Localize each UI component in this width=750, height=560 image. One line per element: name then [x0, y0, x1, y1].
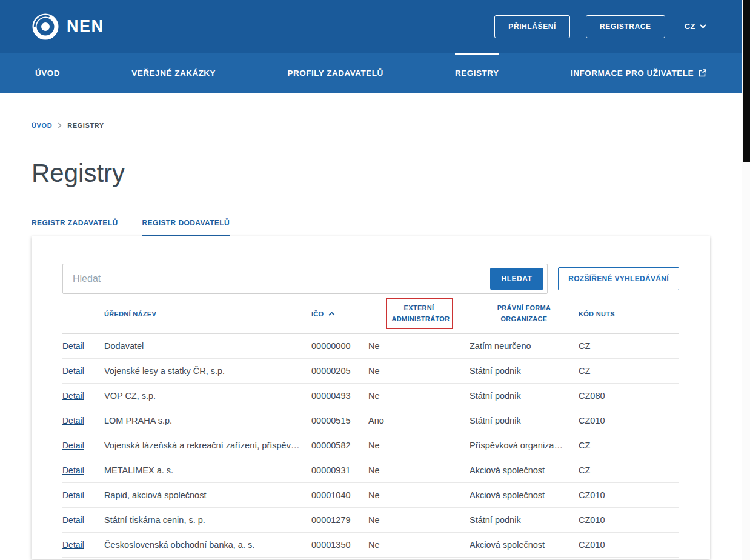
cell-official-name: Vojenská lázeňská a rekreační zařízení, …: [104, 441, 311, 450]
table-row: Detail Československá obchodní banka, a.…: [62, 533, 679, 558]
cell-legal-form: Státní podnik: [470, 366, 579, 376]
chevron-down-icon: [700, 24, 706, 28]
register-button[interactable]: REGISTRACE: [586, 15, 665, 38]
cell-ico: 00000000: [311, 341, 368, 351]
cell-nuts: CZ010: [579, 540, 679, 550]
nav-item-uvod[interactable]: ÚVOD: [35, 53, 60, 93]
cell-nuts: CZ: [579, 441, 679, 450]
cell-legal-form: Státní podnik: [470, 391, 579, 401]
cell-legal-form: Státní podnik: [470, 416, 579, 425]
cell-ico: 00001350: [311, 540, 368, 550]
language-code: CZ: [685, 22, 695, 31]
advanced-search-button[interactable]: ROZŠÍŘENÉ VYHLEDÁVÁNÍ: [558, 267, 679, 290]
cell-external-admin: Ne: [368, 540, 470, 550]
cell-legal-form: Akciová společnost: [470, 465, 579, 475]
column-header-legal-form[interactable]: PRÁVNÍ FORMA ORGANIZACE: [486, 303, 562, 324]
nen-logo-icon: [32, 13, 59, 41]
cell-official-name: Státní tiskárna cenin, s. p.: [104, 515, 311, 525]
cell-external-admin: Ne: [368, 441, 470, 450]
sort-ascending-icon: [328, 312, 335, 316]
detail-link[interactable]: Detail: [62, 391, 84, 401]
registry-card: HLEDAT ROZŠÍŘENÉ VYHLEDÁVÁNÍ ÚŘEDNÍ NÁZE…: [32, 236, 710, 559]
login-button[interactable]: PŘIHLÁŠENÍ: [494, 15, 570, 38]
cell-official-name: METALIMEX a. s.: [104, 465, 311, 475]
cell-official-name: Dodavatel: [104, 341, 311, 351]
column-header-ico[interactable]: IČO: [311, 310, 368, 318]
annotation-highlight-box: EXTERNÍ ADMINISTRÁTOR: [386, 298, 453, 329]
column-header-external-admin-wrap: EXTERNÍ ADMINISTRÁTOR: [368, 298, 470, 329]
detail-link[interactable]: Detail: [62, 366, 84, 376]
table-body: Detail Dodavatel 00000000 Ne Zatím neurč…: [62, 334, 679, 558]
page: NEN PŘIHLÁŠENÍ REGISTRACE CZ ÚVOD VEŘEJN…: [0, 0, 742, 560]
cell-ico: 00000515: [311, 416, 368, 425]
cell-legal-form: Příspěvková organiza…: [470, 441, 579, 450]
table-row: Detail Státní tiskárna cenin, s. p. 0000…: [62, 508, 679, 533]
table-row: Detail VOP CZ, s.p. 00000493 Ne Státní p…: [62, 384, 679, 408]
detail-link[interactable]: Detail: [62, 441, 84, 450]
table-header-row: ÚŘEDNÍ NÁZEV IČO EXTERNÍ ADMINISTRÁTOR P…: [62, 294, 679, 334]
cell-official-name: VOP CZ, s.p.: [104, 391, 311, 401]
nav-item-informace-pro-uzivatele[interactable]: INFORMACE PRO UŽIVATELE: [571, 53, 706, 93]
tab-registr-zadavatelu[interactable]: REGISTR ZADAVATELŮ: [32, 219, 118, 236]
nav-item-verejne-zakazky[interactable]: VEŘEJNÉ ZAKÁZKY: [131, 53, 216, 93]
cell-ico: 00000931: [311, 465, 368, 475]
cell-nuts: CZ010: [579, 515, 679, 525]
detail-link[interactable]: Detail: [62, 540, 84, 550]
cell-external-admin: Ne: [368, 490, 470, 500]
cell-legal-form: Akciová společnost: [470, 490, 579, 500]
top-bar-actions: PŘIHLÁŠENÍ REGISTRACE CZ: [494, 15, 706, 38]
cell-ico: 00000205: [311, 366, 368, 376]
search-button[interactable]: HLEDAT: [490, 268, 543, 290]
brand-name: NEN: [67, 17, 104, 36]
cell-external-admin: Ne: [368, 366, 470, 376]
cell-ico: 00001279: [311, 515, 368, 525]
table-row: Detail LOM PRAHA s.p. 00000515 Ano Státn…: [62, 408, 679, 433]
nav-item-profily-zadavatelu[interactable]: PROFILY ZADAVATELŮ: [287, 53, 383, 93]
nav-item-registry[interactable]: REGISTRY: [455, 53, 499, 93]
cell-nuts: CZ010: [579, 416, 679, 425]
column-header-external-admin[interactable]: EXTERNÍ ADMINISTRÁTOR: [392, 304, 450, 322]
table-row: Detail Vojenské lesy a statky ČR, s.p. 0…: [62, 359, 679, 384]
external-link-icon: [699, 69, 706, 77]
detail-link[interactable]: Detail: [62, 416, 84, 425]
cell-external-admin: Ne: [368, 391, 470, 401]
cell-ico: 00001040: [311, 490, 368, 500]
detail-link[interactable]: Detail: [62, 341, 84, 351]
vertical-scrollbar[interactable]: [742, 0, 750, 560]
table-row: Detail METALIMEX a. s. 00000931 Ne Akcio…: [62, 458, 679, 483]
language-selector[interactable]: CZ: [685, 22, 706, 31]
search-input[interactable]: [63, 264, 490, 293]
cell-official-name: Československá obchodní banka, a. s.: [104, 540, 311, 550]
cell-official-name: LOM PRAHA s.p.: [104, 416, 311, 425]
breadcrumb: ÚVOD REGISTRY: [32, 121, 742, 129]
cell-nuts: CZ080: [579, 391, 679, 401]
scrollbar-thumb[interactable]: [743, 0, 750, 162]
cell-legal-form: Zatím neurčeno: [470, 341, 579, 351]
breadcrumb-home-link[interactable]: ÚVOD: [32, 122, 52, 129]
page-title: Registry: [32, 159, 742, 187]
nen-logo-link[interactable]: NEN: [32, 13, 104, 41]
search-box: HLEDAT: [62, 264, 548, 294]
cell-nuts: CZ: [579, 341, 679, 351]
cell-ico: 00000493: [311, 391, 368, 401]
registry-tabs: REGISTR ZADAVATELŮ REGISTR DODAVATELŮ: [32, 219, 742, 236]
cell-nuts: CZ: [579, 366, 679, 376]
cell-external-admin: Ano: [368, 416, 470, 425]
table-row: Detail Rapid, akciová společnost 0000104…: [62, 483, 679, 508]
cell-external-admin: Ne: [368, 341, 470, 351]
detail-link[interactable]: Detail: [62, 490, 84, 500]
search-row: HLEDAT ROZŠÍŘENÉ VYHLEDÁVÁNÍ: [62, 264, 679, 294]
breadcrumb-current: REGISTRY: [67, 122, 104, 129]
column-header-nuts[interactable]: KÓD NUTS: [579, 310, 679, 318]
detail-link[interactable]: Detail: [62, 465, 84, 475]
cell-external-admin: Ne: [368, 465, 470, 475]
cell-nuts: CZ010: [579, 490, 679, 500]
detail-link[interactable]: Detail: [62, 515, 84, 525]
breadcrumb-chevron-icon: [58, 122, 62, 128]
cell-official-name: Vojenské lesy a statky ČR, s.p.: [104, 366, 311, 376]
tab-registr-dodavatelu[interactable]: REGISTR DODAVATELŮ: [142, 219, 230, 236]
cell-legal-form: Státní podnik: [470, 515, 579, 525]
table-row: Detail Vojenská lázeňská a rekreační zař…: [62, 433, 679, 458]
cell-legal-form: Akciová společnost: [470, 540, 579, 550]
column-header-official-name[interactable]: ÚŘEDNÍ NÁZEV: [104, 310, 311, 318]
